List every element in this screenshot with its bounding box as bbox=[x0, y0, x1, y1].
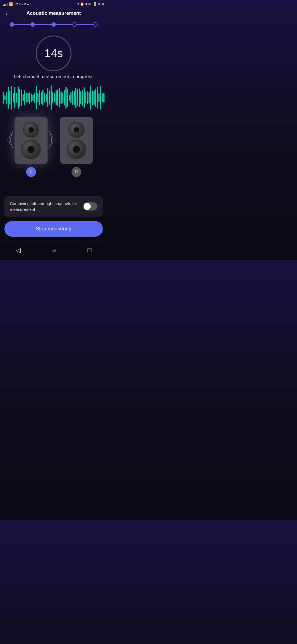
waveform-bar bbox=[92, 90, 93, 105]
waveform-bar bbox=[19, 91, 20, 104]
waveform-bar bbox=[18, 91, 19, 104]
waveform-bar bbox=[42, 88, 43, 107]
waveform-bar bbox=[95, 88, 96, 108]
battery-percent: 33% bbox=[85, 2, 91, 6]
step-line-2 bbox=[35, 24, 51, 25]
waveform-bar bbox=[11, 92, 12, 103]
waveform-bar bbox=[47, 95, 48, 100]
waveform-bar bbox=[77, 92, 78, 103]
step-line-3 bbox=[56, 24, 72, 25]
step-line-1 bbox=[14, 24, 31, 25]
waveform-bar bbox=[23, 86, 24, 109]
header: ‹ Acoustic measurement bbox=[0, 8, 107, 19]
waveform-bar bbox=[87, 92, 88, 104]
waveform-bar bbox=[21, 89, 22, 106]
page-title: Acoustic measurement bbox=[26, 10, 81, 16]
waveform-bar bbox=[28, 88, 29, 108]
waveform-bar bbox=[74, 91, 75, 104]
waveform-bar bbox=[89, 86, 90, 110]
waveform-bar bbox=[59, 86, 60, 109]
status-right: N ⏰ 33% 🔋 8:00 bbox=[77, 2, 104, 6]
toggle-knob bbox=[84, 203, 91, 210]
waveform-bar bbox=[79, 95, 80, 101]
right-speaker-box bbox=[60, 117, 93, 164]
waveform-bar bbox=[3, 88, 4, 107]
stop-measuring-button[interactable]: Stop measuring bbox=[4, 221, 103, 237]
waveform-bar bbox=[8, 86, 9, 109]
waveform-bar bbox=[32, 94, 34, 101]
status-bar: 📶 7.2 K/s ✉ ● ○ … N ⏰ 33% 🔋 8:00 bbox=[0, 0, 107, 8]
step-1 bbox=[10, 22, 14, 27]
waveform-bar bbox=[26, 90, 27, 105]
step-5 bbox=[93, 22, 98, 27]
left-speaker-tweeter bbox=[23, 122, 39, 138]
battery-icon: 🔋 bbox=[92, 2, 97, 6]
waveform-bar bbox=[90, 91, 91, 105]
waveform-bar bbox=[57, 86, 58, 109]
waveform-bar bbox=[62, 90, 63, 106]
waveform-bar bbox=[103, 94, 105, 102]
waveform-bar bbox=[52, 89, 53, 107]
waveform-bar bbox=[49, 94, 50, 101]
waveform-bar bbox=[69, 89, 70, 106]
wifi-icon: 📶 bbox=[9, 2, 13, 6]
sound-waves-right bbox=[47, 129, 55, 152]
waveform-bar bbox=[94, 94, 95, 102]
right-speaker-tweeter bbox=[68, 122, 85, 138]
waveform-bar bbox=[29, 95, 30, 100]
waveform-bar bbox=[100, 92, 101, 103]
waveform bbox=[3, 85, 105, 110]
step-line-4 bbox=[77, 24, 93, 25]
combine-toggle[interactable] bbox=[83, 202, 97, 211]
nav-bar: ◁ ○ □ bbox=[0, 241, 107, 260]
timer-circle: 14s bbox=[36, 36, 72, 71]
right-speaker-woofer bbox=[67, 140, 86, 159]
waveform-bar bbox=[36, 95, 37, 101]
left-speaker-box bbox=[15, 117, 48, 164]
waveform-bar bbox=[34, 87, 35, 109]
notification-icons: ✉ ● ○ … bbox=[24, 2, 35, 6]
right-speaker-item: R bbox=[60, 117, 93, 177]
speakers-container: L R bbox=[0, 117, 107, 177]
combine-text: Combining left and right channels for me… bbox=[10, 201, 79, 212]
alarm-icon: ⏰ bbox=[80, 2, 84, 6]
signal-icon bbox=[3, 2, 7, 6]
nav-back-button[interactable]: ◁ bbox=[10, 244, 26, 256]
waveform-bar bbox=[80, 95, 81, 101]
waveform-bar bbox=[4, 93, 6, 102]
left-speaker-item: L bbox=[15, 117, 48, 177]
timer-container: 14s bbox=[0, 36, 107, 71]
waveform-bar bbox=[46, 89, 47, 107]
status-left: 📶 7.2 K/s ✉ ● ○ … bbox=[3, 2, 35, 6]
waveform-bar bbox=[41, 88, 42, 107]
back-button[interactable]: ‹ bbox=[4, 9, 9, 18]
n-icon: N bbox=[77, 2, 79, 6]
waveform-bar bbox=[37, 86, 38, 110]
waveform-bar bbox=[75, 86, 76, 109]
waveform-bar bbox=[13, 89, 14, 107]
step-4 bbox=[72, 22, 77, 27]
waveform-bar bbox=[24, 94, 25, 102]
waveform-bar bbox=[14, 89, 15, 107]
data-speed: 7.2 K/s bbox=[14, 3, 23, 6]
combine-section: Combining left and right channels for me… bbox=[4, 196, 103, 217]
waveform-bar bbox=[54, 93, 55, 102]
waveform-bar bbox=[82, 86, 83, 110]
waveform-bar bbox=[44, 90, 45, 105]
nav-home-button[interactable]: ○ bbox=[46, 244, 62, 256]
waveform-bar bbox=[85, 87, 86, 108]
waveform-bar bbox=[31, 91, 32, 105]
waveform-bar bbox=[84, 90, 85, 106]
waveform-bar bbox=[61, 88, 62, 107]
waveform-bar bbox=[65, 88, 67, 107]
waveform-bar bbox=[9, 88, 10, 107]
progress-steps bbox=[0, 19, 107, 30]
nav-recent-button[interactable]: □ bbox=[82, 244, 97, 256]
waveform-bar bbox=[6, 93, 7, 103]
waveform-bar bbox=[16, 94, 17, 102]
waveform-bar bbox=[39, 85, 40, 110]
left-channel-badge: L bbox=[26, 167, 36, 177]
waveform-bar bbox=[67, 89, 68, 106]
timer-value: 14s bbox=[44, 47, 63, 60]
step-2 bbox=[31, 22, 35, 27]
